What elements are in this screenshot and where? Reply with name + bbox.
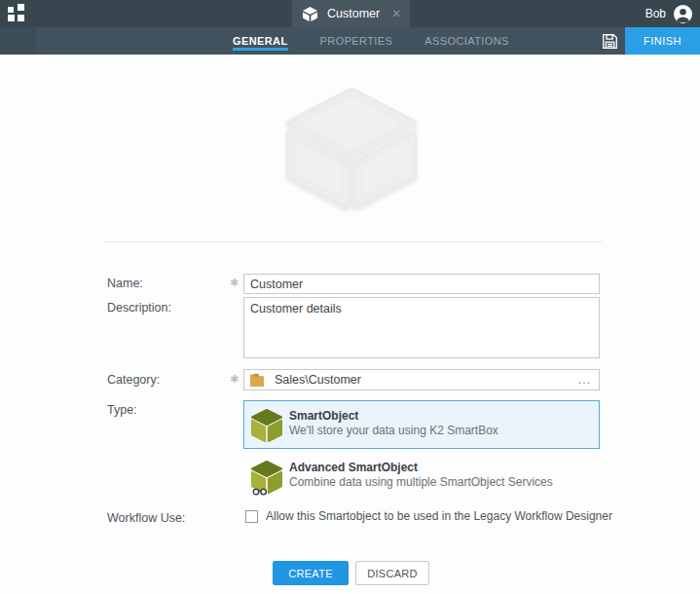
option-title: Advanced SmartObject [289, 460, 553, 475]
designer-toolbar: GENERAL PROPERTIES ASSOCIATIONS FI [0, 27, 700, 55]
tab-associations[interactable]: ASSOCIATIONS [424, 27, 509, 55]
save-button[interactable] [598, 27, 621, 55]
toolbar-left-strip [0, 27, 36, 55]
category-value: Sales\Customer [275, 373, 361, 387]
folder-icon [249, 373, 265, 387]
create-button[interactable]: CREATE [273, 561, 349, 585]
discard-button[interactable]: DISCARD [355, 561, 429, 585]
top-bar: Customer ✕ Bob [0, 0, 700, 27]
workspace-grid-icon[interactable] [8, 4, 25, 23]
category-browse-ellipsis[interactable]: ... [578, 373, 591, 387]
close-tab-icon[interactable]: ✕ [391, 7, 401, 20]
legacy-workflow-checkbox[interactable] [245, 510, 258, 523]
smartobject-hero-cube-illustration [278, 84, 424, 216]
app-window: Customer ✕ Bob GENERAL [0, 0, 700, 594]
active-tab-underline [233, 48, 288, 51]
description-label: Description: [107, 301, 171, 315]
option-subtitle: Combine data using multiple SmartObject … [289, 475, 553, 490]
finish-button[interactable]: FINISH [625, 27, 700, 55]
user-name: Bob [645, 7, 666, 20]
name-input[interactable] [243, 274, 600, 294]
category-field[interactable]: Sales\Customer ... [243, 369, 600, 390]
type-label: Type: [107, 403, 137, 417]
workflow-use-row: Allow this Smartobject to be used in the… [245, 509, 612, 523]
toolbar-tabs: GENERAL PROPERTIES ASSOCIATIONS [233, 27, 509, 55]
legacy-workflow-checkbox-label: Allow this Smartobject to be used in the… [266, 509, 612, 523]
document-tab-customer[interactable]: Customer ✕ [292, 0, 410, 27]
user-area[interactable]: Bob [645, 0, 693, 27]
description-textarea[interactable]: Customer details [243, 297, 600, 358]
name-label: Name: [107, 277, 143, 290]
section-divider [102, 241, 603, 242]
smartobject-green-cube-icon [250, 408, 283, 448]
document-tab-title: Customer [327, 7, 380, 20]
user-avatar-icon [673, 4, 693, 24]
category-label: Category: [107, 373, 160, 387]
type-option-smartobject[interactable]: SmartObject We'll store your data using … [243, 400, 600, 449]
smartobject-cube-icon [302, 6, 318, 22]
workflow-use-label: Workflow Use: [107, 511, 185, 525]
option-title: SmartObject [289, 408, 498, 424]
required-star-icon: ✱ [230, 373, 239, 386]
type-option-advanced-smartobject[interactable]: Advanced SmartObject Combine data using … [243, 452, 600, 499]
tab-properties[interactable]: PROPERTIES [320, 27, 393, 55]
required-star-icon: ✱ [230, 277, 239, 289]
floppy-save-icon [602, 33, 618, 50]
advanced-smartobject-cube-glasses-icon [250, 460, 283, 498]
tab-general[interactable]: GENERAL [233, 27, 288, 55]
option-subtitle: We'll store your data using K2 SmartBox [289, 424, 498, 438]
